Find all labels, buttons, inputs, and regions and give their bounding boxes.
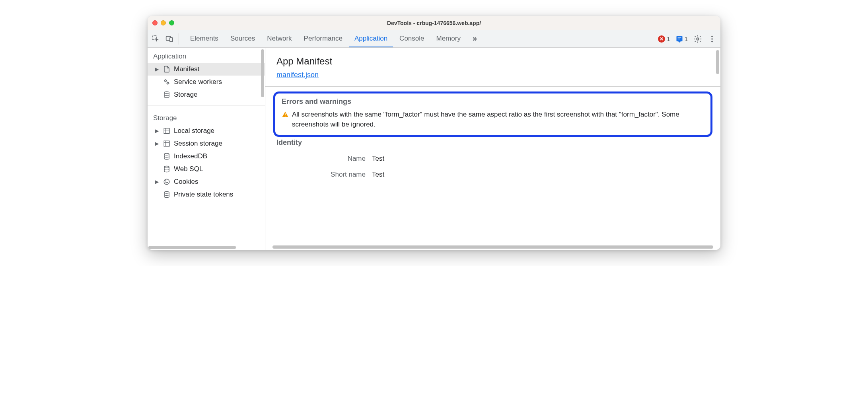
manifest-link[interactable]: manifest.json [276,71,319,79]
sidebar-item-label: Storage [174,91,198,99]
sidebar-item-cookies[interactable]: ▶ Cookies [148,175,265,188]
error-count-value: 1 [667,35,670,42]
divider [265,86,720,87]
sidebar-item-indexeddb[interactable]: IndexedDB [148,150,265,163]
page-title: App Manifest [276,56,709,67]
device-toolbar-icon[interactable] [165,35,174,43]
sidebar-section-storage: Storage [148,109,265,125]
identity-section: Identity Name Test Short name Test [276,137,709,183]
database-icon [163,191,171,199]
tabs: Elements Sources Network Performance App… [181,31,653,47]
sidebar-item-label: Web SQL [174,165,203,173]
identity-heading: Identity [276,138,709,147]
svg-point-4 [711,35,713,37]
toolbar: Elements Sources Network Performance App… [148,30,720,48]
main-vertical-scrollbar[interactable] [716,50,719,74]
body: Application ▶ Manifest Service workers [148,48,720,250]
titlebar: DevTools - crbug-1476656.web.app/ [148,16,720,30]
svg-rect-2 [170,37,173,41]
sidebar-item-manifest[interactable]: ▶ Manifest [148,63,265,76]
database-icon [163,165,171,173]
tab-elements[interactable]: Elements [185,31,224,47]
issue-count-value: 1 [685,35,688,42]
sidebar-item-label: Local storage [174,127,214,135]
toolbar-right: ✕ 1 1 [655,35,716,43]
svg-point-15 [165,181,166,181]
window-close-button[interactable] [152,20,158,25]
database-icon [163,91,171,99]
tab-memory[interactable]: Memory [430,31,466,47]
svg-rect-19 [285,113,286,115]
tabs-overflow-button[interactable]: » [467,31,483,47]
identity-field-name: Name Test [276,151,709,167]
sidebar-item-label: Manifest [174,65,199,73]
sidebar-item-label: Private state tokens [174,191,233,199]
more-options-button[interactable] [708,35,716,43]
sidebar-item-private-state-tokens[interactable]: Private state tokens [148,188,265,201]
traffic-lights [152,20,174,25]
field-label: Short name [276,171,372,179]
sidebar-item-websql[interactable]: Web SQL [148,163,265,175]
main-horizontal-scrollbar[interactable] [272,245,713,249]
cookie-icon [163,178,171,186]
divider [148,105,265,105]
devtools-window: DevTools - crbug-1476656.web.app/ Elemen… [148,16,720,250]
sidebar-item-storage[interactable]: Storage [148,88,265,101]
svg-point-6 [711,41,713,42]
field-value: Test [372,171,384,179]
identity-field-shortname: Short name Test [276,167,709,183]
sidebar-item-label: IndexedDB [174,152,207,160]
window-maximize-button[interactable] [169,20,174,25]
tab-console[interactable]: Console [394,31,430,47]
svg-point-7 [165,80,167,82]
chevron-right-icon: ▶ [154,141,160,146]
sidebar-vertical-scrollbar[interactable] [261,49,264,97]
error-icon: ✕ [658,35,665,43]
chevron-right-icon: ▶ [154,66,160,72]
svg-rect-10 [164,128,169,134]
table-icon [163,140,171,148]
svg-point-12 [164,154,169,156]
database-icon [163,152,171,160]
settings-button[interactable] [693,35,702,43]
window-title: DevTools - crbug-1476656.web.app/ [148,20,720,26]
field-label: Name [276,155,372,163]
svg-rect-20 [285,116,286,117]
window-minimize-button[interactable] [161,20,166,25]
sidebar: Application ▶ Manifest Service workers [148,48,265,250]
issue-count[interactable]: 1 [676,35,688,43]
inspect-element-icon[interactable] [152,35,160,43]
tab-performance[interactable]: Performance [298,31,348,47]
gears-icon [163,78,171,86]
table-icon [163,127,171,135]
errors-warnings-section: Errors and warnings All screenshots with… [273,91,712,137]
tab-network[interactable]: Network [261,31,297,47]
tab-application[interactable]: Application [349,31,393,47]
error-count[interactable]: ✕ 1 [658,35,670,43]
svg-point-18 [164,192,169,194]
document-icon [163,65,171,73]
svg-rect-11 [164,141,169,146]
svg-point-17 [166,183,167,183]
issue-icon [676,35,683,43]
sidebar-item-service-workers[interactable]: Service workers [148,76,265,88]
sidebar-horizontal-scrollbar[interactable] [148,246,236,249]
sidebar-item-session-storage[interactable]: ▶ Session storage [148,137,265,150]
svg-point-14 [164,179,169,185]
main-panel: App Manifest manifest.json Errors and wa… [265,48,720,250]
svg-point-8 [167,82,169,84]
chevron-right-icon: ▶ [154,179,160,185]
warning-row: All screenshots with the same "form_fact… [282,110,704,129]
main-content: App Manifest manifest.json Errors and wa… [265,49,720,187]
sidebar-item-label: Service workers [174,78,222,86]
sidebar-item-local-storage[interactable]: ▶ Local storage [148,125,265,137]
chevron-right-icon: ▶ [154,128,160,134]
svg-point-3 [697,38,699,40]
errors-heading: Errors and warnings [282,97,704,106]
svg-point-9 [164,92,169,94]
svg-point-16 [167,182,168,183]
sidebar-item-label: Cookies [174,178,198,186]
tab-sources[interactable]: Sources [225,31,261,47]
sidebar-item-label: Session storage [174,140,222,148]
toolbar-left [152,33,179,45]
